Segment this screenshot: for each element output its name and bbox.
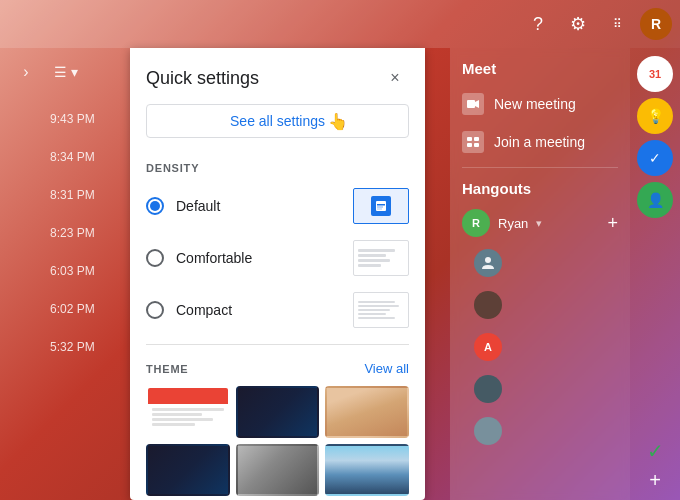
right-panel: Meet New meeting Join a meeting Hangouts… — [450, 48, 630, 500]
settings-icon[interactable]: ⚙ — [560, 6, 596, 42]
svg-rect-4 — [467, 100, 475, 108]
keep-app-icon[interactable]: 💡 — [637, 98, 673, 134]
density-comfortable-option[interactable]: Comfortable — [130, 232, 425, 284]
density-compact-preview — [353, 292, 409, 328]
ryan-arrow: ▾ — [536, 217, 542, 230]
video-icon — [462, 93, 484, 115]
density-compact-radio[interactable] — [146, 301, 164, 319]
svg-rect-7 — [474, 137, 479, 141]
contact-4-avatar: A — [474, 333, 502, 361]
cursor-icon: 👆 — [328, 112, 348, 131]
radio-inner — [150, 201, 160, 211]
contact-6-avatar — [474, 417, 502, 445]
email-list: 9:43 PM 8:34 PM 8:31 PM 8:23 PM 6:03 PM … — [50, 100, 95, 366]
theme-ocean[interactable] — [325, 386, 409, 438]
preview-icon — [371, 196, 391, 216]
preview-lines-compact — [358, 301, 404, 319]
join-meeting-label: Join a meeting — [494, 134, 585, 150]
ryan-avatar: R — [462, 209, 490, 237]
contact-2-avatar — [474, 249, 502, 277]
hangout-ryan[interactable]: R Ryan ▾ + — [450, 203, 630, 243]
quick-settings-header: Quick settings × — [130, 48, 425, 104]
theme-section-label: THEME — [146, 363, 189, 375]
email-time-4[interactable]: 8:23 PM — [50, 214, 95, 252]
hangouts-title: Hangouts — [450, 174, 630, 203]
svg-point-10 — [485, 257, 491, 263]
density-compact-option[interactable]: Compact — [130, 284, 425, 336]
calendar-app-icon[interactable]: 31 — [637, 56, 673, 92]
preview-lines — [358, 249, 404, 267]
theme-grid — [130, 382, 425, 500]
contact-5-avatar — [474, 375, 502, 403]
ryan-name: Ryan — [498, 216, 528, 231]
email-time-1[interactable]: 9:43 PM — [50, 100, 95, 138]
svg-rect-2 — [377, 207, 383, 208]
new-meeting-option[interactable]: New meeting — [450, 85, 630, 123]
theme-mountain[interactable] — [325, 444, 409, 496]
theme-section-header: THEME View all — [130, 353, 425, 382]
density-comfortable-label: Comfortable — [176, 250, 341, 266]
meet-hangouts-divider — [462, 167, 618, 168]
meet-title: Meet — [450, 60, 630, 85]
density-comfortable-preview — [353, 240, 409, 276]
new-meeting-label: New meeting — [494, 96, 576, 112]
density-section-label: DENSITY — [130, 154, 425, 180]
theme-gmail-default[interactable] — [146, 386, 230, 438]
avatar[interactable]: R — [640, 8, 672, 40]
hangout-contact-2[interactable] — [462, 243, 618, 283]
topbar: ? ⚙ ⠿ R — [0, 0, 680, 48]
checkmark-icon: ✓ — [647, 439, 664, 463]
email-time-5[interactable]: 6:03 PM — [50, 252, 95, 290]
tasks-app-icon[interactable]: ✓ — [637, 140, 673, 176]
hangout-contact-3[interactable] — [462, 285, 618, 325]
help-icon[interactable]: ? — [520, 6, 556, 42]
svg-rect-6 — [467, 137, 472, 141]
close-button[interactable]: × — [381, 64, 409, 92]
density-default-preview — [353, 188, 409, 224]
theme-dark[interactable] — [146, 444, 230, 496]
list-view-icon[interactable]: ☰ ▾ — [48, 54, 84, 90]
add-icon[interactable]: + — [649, 469, 661, 492]
section-divider — [146, 344, 409, 345]
theme-desert[interactable] — [236, 444, 320, 496]
hangout-contact-6[interactable] — [462, 411, 618, 451]
svg-rect-8 — [467, 143, 472, 147]
quick-settings-panel: Quick settings × See all settings 👆 DENS… — [130, 48, 425, 500]
contact-3-avatar — [474, 291, 502, 319]
hangout-contact-5[interactable] — [462, 369, 618, 409]
density-default-option[interactable]: Default — [130, 180, 425, 232]
see-all-settings-button[interactable]: See all settings 👆 — [146, 104, 409, 138]
join-meeting-option[interactable]: Join a meeting — [450, 123, 630, 161]
svg-rect-9 — [474, 143, 479, 147]
view-all-link[interactable]: View all — [364, 361, 409, 376]
avatar-list: A — [450, 243, 630, 451]
grid-icon — [462, 131, 484, 153]
svg-marker-5 — [475, 100, 479, 108]
density-comfortable-radio[interactable] — [146, 249, 164, 267]
email-time-7[interactable]: 5:32 PM — [50, 328, 95, 366]
density-default-radio[interactable] — [146, 197, 164, 215]
density-default-label: Default — [176, 198, 341, 214]
apps-icon[interactable]: ⠿ — [600, 6, 636, 42]
add-contact-icon[interactable]: + — [607, 213, 618, 234]
theme-stars[interactable] — [236, 386, 320, 438]
email-time-2[interactable]: 8:34 PM — [50, 138, 95, 176]
quick-settings-title: Quick settings — [146, 68, 259, 89]
svg-rect-3 — [377, 209, 382, 210]
contacts-app-icon[interactable]: 👤 — [637, 182, 673, 218]
email-time-6[interactable]: 6:02 PM — [50, 290, 95, 328]
right-appbar: 31 💡 ✓ 👤 ✓ + — [630, 48, 680, 500]
hangout-contact-4[interactable]: A — [462, 327, 618, 367]
svg-rect-1 — [377, 204, 385, 206]
density-compact-label: Compact — [176, 302, 341, 318]
expand-icon[interactable]: › — [8, 54, 44, 90]
email-time-3[interactable]: 8:31 PM — [50, 176, 95, 214]
